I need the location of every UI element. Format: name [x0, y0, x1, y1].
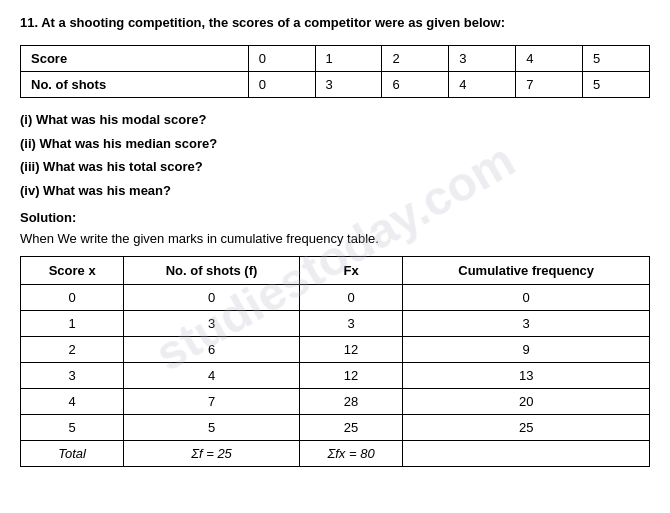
shots-4: 7	[516, 72, 583, 98]
freq-cell-5-0: 5	[21, 415, 124, 441]
freq-cell-4-1: 7	[124, 389, 299, 415]
score-0: 0	[248, 46, 315, 72]
shots-5: 5	[583, 72, 650, 98]
question-number: 11.	[20, 15, 41, 30]
freq-cell-0-0: 0	[21, 285, 124, 311]
freq-cell-5-2: 25	[299, 415, 403, 441]
freq-cell-4-3: 20	[403, 389, 650, 415]
solution-label: Solution:	[20, 210, 650, 225]
freq-cell-1-0: 1	[21, 311, 124, 337]
shots-row: No. of shots 0 3 6 4 7 5	[21, 72, 650, 98]
sub-questions: (i) What was his modal score? (ii) What …	[20, 110, 650, 200]
freq-cell-3-1: 4	[124, 363, 299, 389]
freq-cell-2-0: 2	[21, 337, 124, 363]
freq-cell-6-0: Total	[21, 441, 124, 467]
freq-cell-1-2: 3	[299, 311, 403, 337]
freq-cell-3-3: 13	[403, 363, 650, 389]
shots-0: 0	[248, 72, 315, 98]
score-3: 3	[449, 46, 516, 72]
freq-cell-2-1: 6	[124, 337, 299, 363]
freq-cell-4-2: 28	[299, 389, 403, 415]
score-label: Score	[21, 46, 249, 72]
freq-header-score: Score x	[21, 257, 124, 285]
freq-cell-0-2: 0	[299, 285, 403, 311]
sub-q-1: (i) What was his modal score?	[20, 110, 650, 130]
freq-header-fx: Fx	[299, 257, 403, 285]
freq-cell-3-0: 3	[21, 363, 124, 389]
freq-row-1: 1333	[21, 311, 650, 337]
score-2: 2	[382, 46, 449, 72]
freq-cell-0-1: 0	[124, 285, 299, 311]
q-number: 11.	[20, 15, 38, 30]
score-4: 4	[516, 46, 583, 72]
freq-cell-1-1: 3	[124, 311, 299, 337]
score-5: 5	[583, 46, 650, 72]
sub-q-2: (ii) What was his median score?	[20, 134, 650, 154]
freq-row-4: 472820	[21, 389, 650, 415]
freq-row-0: 0000	[21, 285, 650, 311]
freq-cell-6-1: Σf = 25	[124, 441, 299, 467]
sub-q-3: (iii) What was his total score?	[20, 157, 650, 177]
freq-cell-3-2: 12	[299, 363, 403, 389]
freq-row-2: 26129	[21, 337, 650, 363]
freq-header-shots: No. of shots (f)	[124, 257, 299, 285]
score-header-row: Score 0 1 2 3 4 5	[21, 46, 650, 72]
freq-row-3: 341213	[21, 363, 650, 389]
freq-cell-2-3: 9	[403, 337, 650, 363]
shots-3: 4	[449, 72, 516, 98]
freq-row-5: 552525	[21, 415, 650, 441]
freq-cell-6-3	[403, 441, 650, 467]
freq-cell-2-2: 12	[299, 337, 403, 363]
freq-cell-1-3: 3	[403, 311, 650, 337]
freq-cell-4-0: 4	[21, 389, 124, 415]
solution-text: When We write the given marks in cumulat…	[20, 231, 650, 246]
score-1: 1	[315, 46, 382, 72]
score-table: Score 0 1 2 3 4 5 No. of shots 0 3 6 4 7…	[20, 45, 650, 98]
freq-cell-5-1: 5	[124, 415, 299, 441]
freq-row-6: TotalΣf = 25Σfx = 80	[21, 441, 650, 467]
question-number-text: 11. At a shooting competition, the score…	[20, 15, 650, 30]
freq-cell-6-2: Σfx = 80	[299, 441, 403, 467]
freq-header-row: Score x No. of shots (f) Fx Cumulative f…	[21, 257, 650, 285]
frequency-table: Score x No. of shots (f) Fx Cumulative f…	[20, 256, 650, 467]
shots-label: No. of shots	[21, 72, 249, 98]
freq-cell-5-3: 25	[403, 415, 650, 441]
sub-q-4: (iv) What was his mean?	[20, 181, 650, 201]
question-text: At a shooting competition, the scores of…	[41, 15, 505, 30]
freq-header-cumfreq: Cumulative frequency	[403, 257, 650, 285]
freq-cell-0-3: 0	[403, 285, 650, 311]
shots-1: 3	[315, 72, 382, 98]
shots-2: 6	[382, 72, 449, 98]
